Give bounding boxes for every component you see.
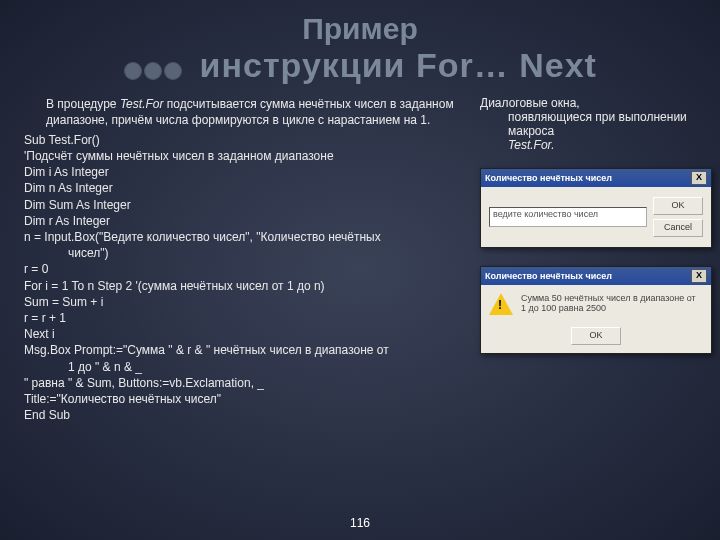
code-line: Next i [24,326,464,342]
slide-title: Пример инструкции For… Next [0,0,720,88]
title-line-2: инструкции For… Next [0,46,720,88]
dialog-title: Количество нечётных чисел [485,271,612,281]
code-line: чисел") [24,245,464,261]
code-line: Dim r As Integer [24,213,464,229]
code-line: " равна " & Sum, Buttons:=vb.Exclamation… [24,375,464,391]
code-line: Sum = Sum + i [24,294,464,310]
code-column: В процедуре Test.For подсчитывается сумм… [24,96,464,424]
code-line: n = Input.Box("Ведите количество чисел",… [24,229,464,245]
ok-button[interactable]: OK [571,327,621,345]
code-line: r = r + 1 [24,310,464,326]
code-line: Dim i As Integer [24,164,464,180]
code-line: For i = 1 To n Step 2 '(сумма нечётных ч… [24,278,464,294]
title-keyword: For… Next [416,46,597,84]
code-line: End Sub [24,407,464,423]
code-line: Dim Sum As Integer [24,197,464,213]
code-line: Title:="Количество нечётных чисел" [24,391,464,407]
dialog-titlebar: Количество нечётных чисел X [481,169,711,187]
right-column: Диалоговые окна, появляющиеся при выполн… [464,96,712,424]
code-line: Msg.Box Prompt:="Сумма " & r & " нечётны… [24,342,464,358]
code-line: 'Подсчёт суммы нечётных чисел в заданном… [24,148,464,164]
code-line: Dim n As Integer [24,180,464,196]
dialog-message: Сумма 50 нечётных чисел в диапазоне от 1… [521,293,703,313]
close-icon[interactable]: X [691,171,707,185]
intro-paragraph: В процедуре Test.For подсчитывается сумм… [46,96,464,128]
close-icon[interactable]: X [691,269,707,283]
dialog-titlebar: Количество нечётных чисел X [481,267,711,285]
page-number: 116 [0,516,720,530]
cancel-button[interactable]: Cancel [653,219,703,237]
right-note: Диалоговые окна, появляющиеся при выполн… [480,96,712,152]
proc-name: Test.For [120,97,164,111]
dialog-title: Количество нечётных чисел [485,173,612,183]
title-prefix: инструкции [200,46,406,84]
input-dialog: Количество нечётных чисел X ведите колич… [480,168,712,248]
code-line: r = 0 [24,261,464,277]
ok-button[interactable]: OK [653,197,703,215]
code-line: 1 до " & n & _ [24,359,464,375]
input-field[interactable]: ведите количество чисел [489,207,647,227]
proc-name-ref: Test.For. [480,138,554,152]
code-line: Sub Test.For() [24,132,464,148]
bullet-dots-icon [123,49,183,88]
title-line-1: Пример [0,12,720,46]
message-dialog: Количество нечётных чисел X Сумма 50 неч… [480,266,712,354]
warning-icon [489,293,513,315]
